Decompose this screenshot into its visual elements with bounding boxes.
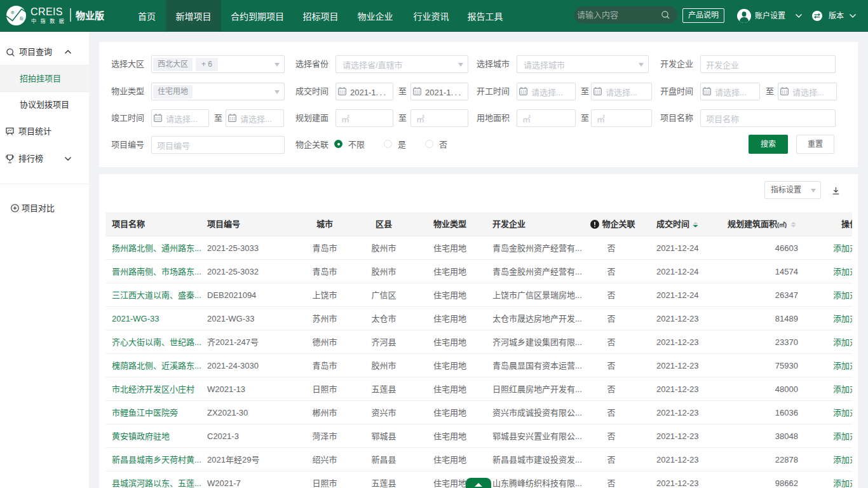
svg-text:中: 中: [11, 10, 15, 15]
svg-text:指: 指: [20, 16, 24, 21]
